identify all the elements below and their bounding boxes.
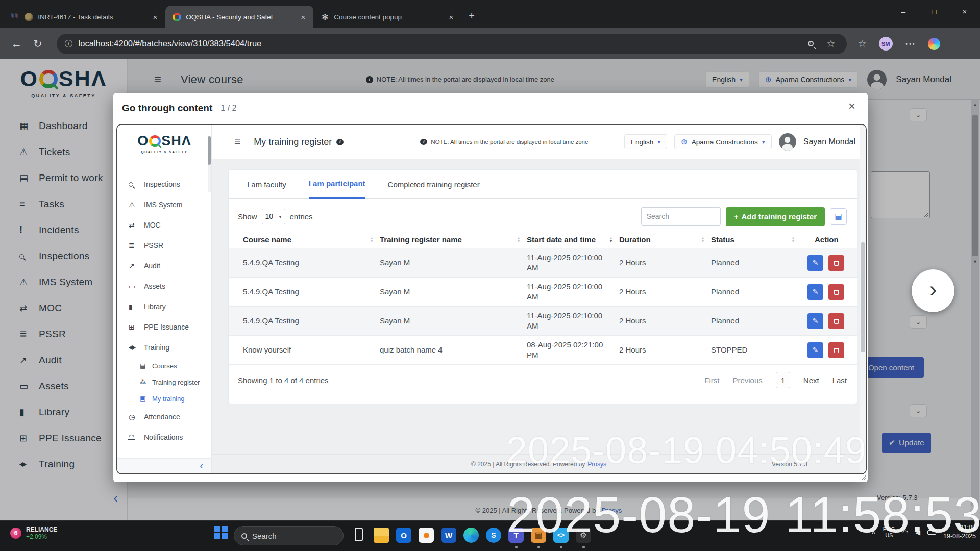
table-row: 5.4.9.QA Testing Sayan M 11-Aug-2025 02:… [229,248,857,278]
pagination: First Previous 1 Next Last [704,372,847,388]
close-icon[interactable]: × [848,99,855,113]
favorites-list-icon[interactable]: ☆ [858,38,867,49]
close-tab-icon[interactable]: × [151,13,159,21]
users-icon: ⁂ [140,379,152,386]
browser-menu-icon[interactable]: ⋯ [905,38,916,50]
file-explorer-icon[interactable] [374,528,389,543]
clock-icon: ◷ [129,413,144,421]
frame-nav-moc[interactable]: ⇄MOC [117,215,211,235]
organization-dropdown[interactable]: ⊕ Aparna Constructions ▾ [674,134,771,149]
cell-course: 5.4.9.QA Testing [229,316,380,326]
delete-button[interactable] [828,313,844,329]
delete-button[interactable] [828,342,844,358]
frame-nav-my-training[interactable]: ▣My training [117,390,211,407]
tab-i-am-participant[interactable]: I am participant [309,170,365,199]
frame-sidebar-scrollbar[interactable] [208,136,211,192]
search-input[interactable] [641,207,721,226]
frame-nav-assets[interactable]: ▭Assets [117,276,211,296]
edge-icon[interactable] [463,528,479,543]
skype-icon[interactable]: S [486,528,501,543]
pagination-first[interactable]: First [704,376,719,385]
phone-link-icon[interactable] [355,528,363,541]
close-tab-icon[interactable]: × [447,13,455,21]
bookmark-star-icon[interactable]: ☆ [827,38,836,49]
frame-nav-training[interactable]: Training [117,337,211,358]
back-icon[interactable]: ← [11,38,22,50]
frame-nav-notifications[interactable]: Notifications [117,427,211,447]
store-icon[interactable] [419,528,434,543]
status-badge: Planned [711,258,801,268]
taskbar-search[interactable]: Search [234,526,344,545]
pagination-next[interactable]: Next [803,376,819,385]
frame-nav-inspections[interactable]: Inspections [117,174,211,194]
windows-start-button[interactable] [214,526,228,540]
copilot-icon[interactable] [928,38,940,50]
sidebar-collapse-icon[interactable]: ‹ [200,460,203,471]
word-icon[interactable]: W [441,528,456,543]
browser-tab-task-details[interactable]: INRT-4617 - Task details × [17,6,165,28]
delete-button[interactable] [828,284,844,300]
close-tab-icon[interactable]: × [299,13,307,21]
taskbar-widget-stock[interactable]: 6 RELIANCE +2.09% [10,526,57,540]
column-visibility-button[interactable]: ▤ [830,208,847,225]
edit-button[interactable]: ✎ [807,313,823,329]
refresh-icon[interactable]: ↻ [33,38,42,50]
browser-tab-oqsha[interactable]: OQSHA - Security and Safet × [165,6,313,28]
tab-i-am-faculty[interactable]: I am faculty [247,170,286,199]
tab-overview-icon[interactable]: ⧉ [11,11,17,21]
search-icon [129,180,144,188]
frame-nav-library[interactable]: ▮Library [117,296,211,317]
cell-start: 11-Aug-2025 02:10:00 AM [527,253,619,273]
column-header-duration[interactable]: Duration▴▾ [619,235,711,244]
menu-toggle-icon[interactable]: ≡ [234,136,240,148]
window-close-button[interactable]: × [949,0,980,22]
delete-button[interactable] [828,255,844,271]
column-header-course[interactable]: Course name▴▾ [229,235,380,244]
tab-completed-training-register[interactable]: Completed training register [388,170,480,199]
url-text[interactable]: localhost:4200/#/batches/view/310/383/54… [79,39,808,48]
user-avatar[interactable] [779,133,796,151]
window-minimize-button[interactable]: – [888,0,919,22]
new-tab-button[interactable]: + [469,10,475,22]
zoom-icon[interactable] [808,41,814,46]
frame-nav-ims-system[interactable]: ⚠IMS System [117,194,211,215]
column-header-register[interactable]: Training register name▴▾ [380,235,527,244]
browser-tab-course-popup[interactable]: ✻ Course content popup × [313,6,461,28]
edit-button[interactable]: ✎ [807,342,823,358]
page-size-select[interactable]: 10 ▾ [262,209,285,224]
add-training-register-button[interactable]: + Add training register [726,207,825,226]
browser-toolbar: ← ↻ i localhost:4200/#/batches/view/310/… [0,28,980,59]
oqsha-logo-small: OSHΛ [117,133,211,149]
frame-scrollbar[interactable] [860,125,866,473]
modal-resize-handle[interactable] [860,474,866,480]
frame-nav-attendance[interactable]: ◷Attendance [117,407,211,427]
person-card-icon: ▣ [140,395,152,402]
frame-nav-courses[interactable]: ▤Courses [117,358,211,374]
pagination-last[interactable]: Last [832,376,847,385]
next-content-button[interactable]: › [912,269,954,312]
frame-nav-training-register[interactable]: ⁂Training register [117,374,211,390]
pagination-previous[interactable]: Previous [732,376,762,385]
scrollbar-thumb[interactable] [861,242,865,352]
frame-nav-audit[interactable]: ↗Audit [117,256,211,276]
edit-button[interactable]: ✎ [807,284,823,300]
column-header-status[interactable]: Status▴▾ [711,235,801,244]
address-bar[interactable]: i localhost:4200/#/batches/view/310/383/… [57,34,847,54]
pagination-page-1[interactable]: 1 [776,372,790,388]
frame-nav-ppe-issuance[interactable]: ⊞PPE Issuance [117,317,211,337]
trash-icon [834,318,839,324]
outlook-icon[interactable]: O [396,528,411,543]
browser-profile-avatar[interactable]: SM [879,37,893,51]
window-restore-button[interactable]: □ [919,0,949,22]
tab2-favicon-oqsha [173,13,181,21]
cell-duration: 2 Hours [619,258,711,268]
info-icon[interactable]: i [336,139,344,145]
site-info-icon[interactable]: i [65,40,72,47]
edit-button[interactable]: ✎ [807,255,823,271]
language-dropdown[interactable]: English ▾ [624,134,667,149]
cell-duration: 2 Hours [619,287,711,297]
frame-nav-pssr[interactable]: ≣PSSR [117,235,211,256]
column-header-start[interactable]: Start date and time▴▾ [527,235,619,244]
briefcase-icon: ⊞ [129,323,144,331]
training-register-card: I am faculty I am participant Completed … [228,169,857,404]
